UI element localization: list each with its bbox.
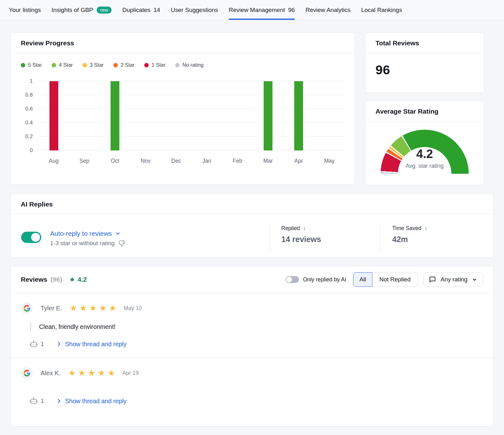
chart-y-axis: 00.20.40.60.81 <box>21 81 38 150</box>
reviews-title: Reviews <box>21 276 47 283</box>
google-g-icon <box>24 305 30 312</box>
review-progress-chart: 00.20.40.60.81 <box>21 81 345 150</box>
tab-local-rankings[interactable]: Local Rankings <box>361 0 402 20</box>
main-content: Review Progress 5 Star 4 Star 3 Star 2 S… <box>0 20 504 435</box>
legend-item[interactable]: 2 Star <box>113 62 135 68</box>
legend-label: 1 Star <box>152 62 165 68</box>
chevron-right-icon <box>56 398 62 404</box>
tab-duplicates[interactable]: Duplicates 14 <box>122 0 160 20</box>
bar-column <box>222 81 253 150</box>
gauge-caption: Avg. star rating <box>381 163 469 169</box>
review-row: Alex K. ★★★★★ Apr 19 1 <box>11 358 493 415</box>
chevron-right-icon <box>56 341 62 347</box>
new-badge: new <box>97 7 112 14</box>
review-progress-title: Review Progress <box>11 33 355 53</box>
x-tick-label: Aug <box>38 158 69 164</box>
legend-item[interactable]: No rating <box>175 62 203 68</box>
tab-label: Insights of GBP <box>52 7 93 14</box>
legend-label: 5 Star <box>28 62 42 68</box>
tab-user-suggestions[interactable]: User Suggestions <box>171 0 218 20</box>
x-tick-label: Jan <box>192 158 222 164</box>
bar-column <box>38 81 69 150</box>
x-tick-label: Sep <box>69 158 100 164</box>
tab-label: Local Rankings <box>361 7 402 14</box>
legend-dot <box>113 63 118 67</box>
star-icon: ★ <box>69 276 75 283</box>
filter-all-button[interactable]: All <box>353 272 372 287</box>
review-row: Tyler E. ★★★★★ May 10 Clean, friendly en… <box>11 293 493 358</box>
tab-count: 14 <box>153 7 160 14</box>
chart-plot-area <box>38 81 345 150</box>
legend-dot <box>144 63 149 67</box>
time-saved-stat: Time Saved i 42m <box>381 224 493 253</box>
replied-stat: Replied i 14 reviews <box>270 224 381 253</box>
bar-column <box>314 81 345 150</box>
legend-item[interactable]: 4 Star <box>52 62 73 68</box>
filter-not-replied-button[interactable]: Not Replied <box>372 272 418 287</box>
legend-dot <box>83 63 87 67</box>
tab-label: Review Management <box>229 7 285 14</box>
legend-item[interactable]: 3 Star <box>83 62 104 68</box>
star-rating: ★★★★★ <box>68 369 117 377</box>
total-reviews-value: 96 <box>375 63 474 77</box>
info-icon[interactable]: i <box>425 226 427 231</box>
legend-item[interactable]: 5 Star <box>21 62 42 68</box>
time-saved-label: Time Saved <box>392 225 421 232</box>
google-g-icon <box>24 370 30 376</box>
review-date: Apr 19 <box>122 370 139 376</box>
google-avatar <box>21 302 33 314</box>
x-tick-label: Mar <box>253 158 283 164</box>
bar-column <box>161 81 192 150</box>
x-tick-label: May <box>314 158 345 164</box>
chevron-down-icon <box>115 231 121 236</box>
reviewer-name: Alex K. <box>41 370 60 377</box>
tab-review-analytics[interactable]: Review Analytics <box>306 0 351 20</box>
rating-filter-label: Any rating <box>440 276 467 283</box>
bar-Oct-5-star <box>111 81 119 150</box>
top-navigation: Your listings Insights of GBP new Duplic… <box>0 0 504 20</box>
bar-column <box>192 81 222 150</box>
legend-label: 4 Star <box>59 62 73 68</box>
auto-reply-dropdown[interactable]: Auto-reply to reviews <box>50 230 125 237</box>
ai-replies-title: AI Replies <box>11 194 493 214</box>
tab-review-management[interactable]: Review Management 96 <box>229 0 295 20</box>
auto-reply-toggle[interactable] <box>21 232 41 243</box>
show-thread-link[interactable]: Show thread and reply <box>56 398 127 405</box>
review-text: Clean, friendly environment! <box>30 322 483 331</box>
tab-insights-of-gbp[interactable]: Insights of GBP new <box>52 0 112 20</box>
bar-column <box>130 81 161 150</box>
y-tick-label: 0.4 <box>25 120 33 126</box>
bar-column <box>253 81 283 150</box>
x-tick-label: Oct <box>100 158 130 164</box>
tab-label: Duplicates <box>122 7 150 14</box>
review-date: May 10 <box>124 305 142 312</box>
ai-robot-icon <box>30 340 38 348</box>
tab-your-listings[interactable]: Your listings <box>9 0 41 20</box>
x-tick-label: Dec <box>161 158 192 164</box>
bar-Aug-1-star <box>49 81 58 150</box>
info-icon[interactable]: i <box>304 226 305 231</box>
x-tick-label: Apr <box>284 158 314 164</box>
auto-reply-label: Auto-reply to reviews <box>50 230 112 237</box>
only-replied-by-ai-label: Only replied by AI <box>303 276 346 283</box>
bar-Mar-5-star <box>264 81 272 150</box>
chart-legend: 5 Star 4 Star 3 Star 2 Star 1 Star No ra… <box>21 62 345 68</box>
auto-reply-criteria: 1-3 star or without rating <box>50 240 115 247</box>
tab-count: 96 <box>288 7 295 14</box>
reviews-count: (96) <box>50 276 62 283</box>
bar-column <box>69 81 100 150</box>
star-rating-gauge: 4.2 Avg. star rating <box>381 130 469 174</box>
legend-dot <box>175 63 180 67</box>
legend-dot <box>52 63 56 67</box>
ai-replies-card: AI Replies Auto-reply to reviews 1-3 sta… <box>10 194 494 258</box>
legend-item[interactable]: 1 Star <box>144 62 165 68</box>
average-star-rating-card: Average Star Rating 4.2 Avg. star rating <box>365 101 484 185</box>
thumbs-down-icon <box>118 240 125 247</box>
reviewer-name: Tyler E. <box>41 305 62 312</box>
rating-filter-dropdown[interactable]: Any rating <box>423 273 483 286</box>
total-reviews-title: Total Reviews <box>365 33 484 53</box>
only-replied-by-ai-toggle[interactable] <box>286 276 299 283</box>
y-tick-label: 0.8 <box>25 92 33 98</box>
tab-label: User Suggestions <box>171 7 218 14</box>
show-thread-link[interactable]: Show thread and reply <box>56 341 127 348</box>
